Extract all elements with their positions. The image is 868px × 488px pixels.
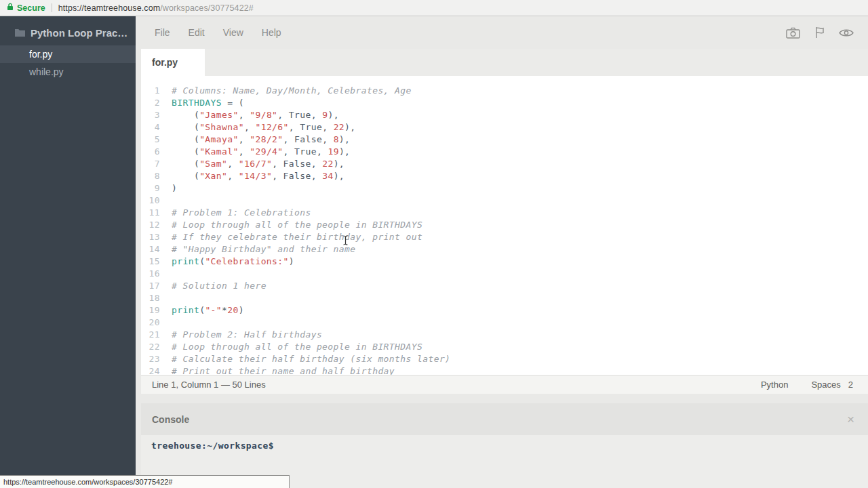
code-line[interactable]: 5 ("Amaya", "28/2", False, 8), bbox=[141, 134, 868, 146]
code-line-content: # Print out their name and half birthday bbox=[160, 365, 395, 375]
code-line-content bbox=[160, 292, 172, 304]
code-line-content: print("-"*20) bbox=[160, 304, 244, 317]
code-line[interactable]: 22# Loop through all of the people in BI… bbox=[141, 341, 868, 353]
line-number: 18 bbox=[141, 292, 160, 304]
eye-icon[interactable] bbox=[839, 28, 854, 38]
code-line-content: # Loop through all of the people in BIRT… bbox=[160, 341, 422, 353]
menu-item-edit[interactable]: Edit bbox=[189, 27, 205, 38]
code-line[interactable]: 18 bbox=[141, 292, 868, 304]
code-line[interactable]: 1# Columns: Name, Day/Month, Celebrates,… bbox=[141, 85, 868, 97]
lock-icon bbox=[7, 3, 14, 13]
indent-size[interactable]: 2 bbox=[848, 380, 853, 390]
line-number: 13 bbox=[141, 231, 160, 243]
sidebar-file-while-py[interactable]: while.py bbox=[0, 63, 136, 81]
code-line-content: ("Xan", "14/3", False, 34), bbox=[160, 170, 344, 182]
menu-icons bbox=[786, 26, 854, 39]
code-line-content: ("Kamal", "29/4", True, 19), bbox=[160, 146, 350, 158]
code-line-content: ("Shawna", "12/6", True, 22), bbox=[160, 121, 356, 134]
secure-badge[interactable]: Secure bbox=[7, 3, 45, 13]
line-number: 6 bbox=[141, 146, 160, 158]
sidebar-file-for-py[interactable]: for.py bbox=[0, 45, 136, 63]
line-number: 15 bbox=[141, 256, 160, 268]
code-editor[interactable]: 1# Columns: Name, Day/Month, Celebrates,… bbox=[141, 76, 868, 375]
menu-item-view[interactable]: View bbox=[223, 27, 243, 38]
line-number: 14 bbox=[141, 243, 160, 256]
flag-icon[interactable] bbox=[814, 26, 825, 39]
tab-for-py[interactable]: for.py bbox=[141, 49, 205, 76]
file-list: for.pywhile.py bbox=[0, 45, 136, 81]
line-number: 7 bbox=[141, 158, 160, 170]
code-line[interactable]: 15print("Celebrations:") bbox=[141, 256, 868, 268]
code-line-content: ("Sam", "16/7", False, 22), bbox=[160, 158, 344, 170]
code-line-content: # Loop through all of the people in BIRT… bbox=[160, 219, 422, 231]
url-path: /workspaces/30775422# bbox=[160, 3, 254, 13]
code-line[interactable]: 4 ("Shawna", "12/6", True, 22), bbox=[141, 121, 868, 134]
camera-icon[interactable] bbox=[786, 27, 800, 39]
code-line[interactable]: 19print("-"*20) bbox=[141, 304, 868, 317]
code-line[interactable]: 13# If they celebrate their birthday, pr… bbox=[141, 231, 868, 243]
code-line[interactable]: 11# Problem 1: Celebrations bbox=[141, 207, 868, 219]
line-number: 19 bbox=[141, 304, 160, 317]
editor-statusbar: Line 1, Column 1 — 50 Lines Python Space… bbox=[141, 375, 868, 394]
folder-icon bbox=[15, 27, 25, 39]
menu-items: FileEditViewHelp bbox=[155, 27, 300, 38]
close-icon[interactable]: × bbox=[847, 413, 854, 426]
code-line[interactable]: 8 ("Xan", "14/3", False, 34), bbox=[141, 170, 868, 182]
project-folder[interactable]: Python Loop Prac… bbox=[0, 16, 136, 45]
console-title: Console bbox=[152, 414, 189, 425]
language-mode[interactable]: Python bbox=[761, 380, 788, 390]
code-line[interactable]: 10 bbox=[141, 195, 868, 207]
secure-label: Secure bbox=[17, 3, 45, 13]
line-number: 1 bbox=[141, 85, 160, 97]
code-line[interactable]: 21# Problem 2: Half birthdays bbox=[141, 329, 868, 341]
code-line-content: ("James", "9/8", True, 9), bbox=[160, 109, 339, 121]
line-number: 20 bbox=[141, 317, 160, 329]
line-number: 4 bbox=[141, 121, 160, 134]
address-bar-separator bbox=[52, 3, 52, 12]
text-cursor bbox=[342, 235, 349, 248]
line-number: 10 bbox=[141, 195, 160, 207]
line-number: 22 bbox=[141, 341, 160, 353]
code-line-content: # Problem 2: Half birthdays bbox=[160, 329, 322, 341]
code-line[interactable]: 24# Print out their name and half birthd… bbox=[141, 365, 868, 375]
editor-tabbar: for.py bbox=[141, 49, 868, 76]
line-number: 9 bbox=[141, 182, 160, 195]
url-text[interactable]: https://teamtreehouse.com/workspaces/307… bbox=[58, 3, 254, 13]
code-line-content bbox=[160, 268, 172, 280]
line-number: 17 bbox=[141, 280, 160, 292]
code-line[interactable]: 23# Calculate their half birthday (six m… bbox=[141, 353, 868, 365]
code-line-content: # "Happy Birthday" and their name bbox=[160, 243, 355, 256]
line-number: 16 bbox=[141, 268, 160, 280]
code-line-content: # Calculate their half birthday (six mon… bbox=[160, 353, 450, 365]
code-line-content bbox=[160, 195, 172, 207]
status-url-tooltip: https://teamtreehouse.com/workspaces/307… bbox=[0, 475, 290, 488]
code-line[interactable]: 2BIRTHDAYS = ( bbox=[141, 97, 868, 109]
code-line[interactable]: 7 ("Sam", "16/7", False, 22), bbox=[141, 158, 868, 170]
code-line-content: # If they celebrate their birthday, prin… bbox=[160, 231, 422, 243]
file-sidebar: Python Loop Prac… for.pywhile.py bbox=[0, 16, 136, 488]
code-line[interactable]: 6 ("Kamal", "29/4", True, 19), bbox=[141, 146, 868, 158]
code-line[interactable]: 9) bbox=[141, 182, 868, 195]
indent-mode[interactable]: Spaces bbox=[811, 380, 840, 390]
code-line-content bbox=[160, 317, 172, 329]
menu-item-help[interactable]: Help bbox=[262, 27, 281, 38]
code-line[interactable]: 17# Solution 1 here bbox=[141, 280, 868, 292]
line-number: 2 bbox=[141, 97, 160, 109]
url-domain: https://teamtreehouse.com bbox=[58, 3, 161, 13]
line-number: 24 bbox=[141, 365, 160, 375]
code-line[interactable]: 12# Loop through all of the people in BI… bbox=[141, 219, 868, 231]
line-number: 21 bbox=[141, 329, 160, 341]
code-line[interactable]: 14# "Happy Birthday" and their name bbox=[141, 243, 868, 256]
code-line[interactable]: 16 bbox=[141, 268, 868, 280]
code-line-content: BIRTHDAYS = ( bbox=[160, 97, 244, 109]
line-number: 12 bbox=[141, 219, 160, 231]
tab-label: for.py bbox=[152, 57, 178, 68]
line-number: 3 bbox=[141, 109, 160, 121]
project-name: Python Loop Prac… bbox=[31, 27, 127, 39]
code-line[interactable]: 20 bbox=[141, 317, 868, 329]
menu-item-file[interactable]: File bbox=[155, 27, 170, 38]
code-line[interactable]: 3 ("James", "9/8", True, 9), bbox=[141, 109, 868, 121]
code-line-content: # Problem 1: Celebrations bbox=[160, 207, 311, 219]
line-number: 23 bbox=[141, 353, 160, 365]
browser-address-bar[interactable]: Secure https://teamtreehouse.com/workspa… bbox=[0, 0, 868, 16]
